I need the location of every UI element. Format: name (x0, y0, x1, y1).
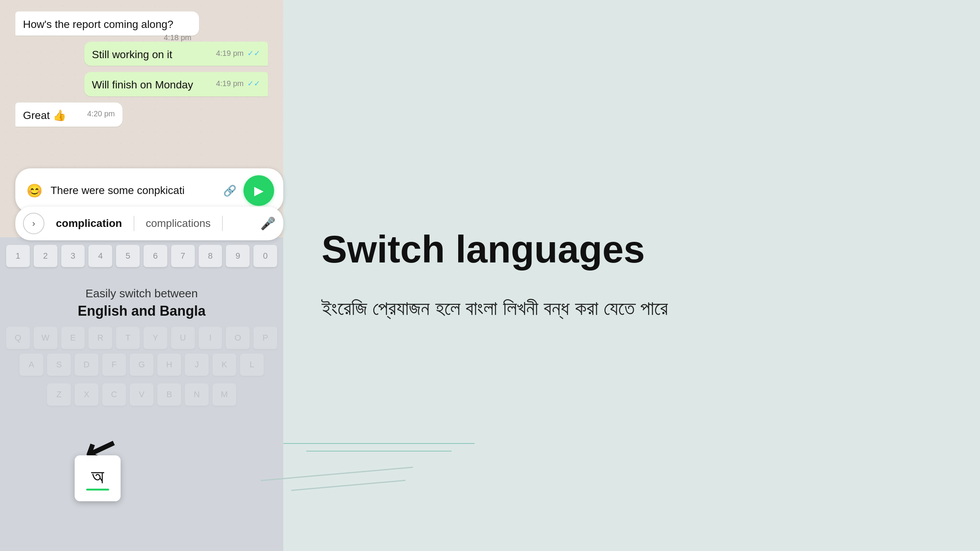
keyboard-area: 1 2 3 4 5 6 7 8 9 0 Easily switch betwee… (0, 237, 283, 551)
message-time-1: 4:18 pm (164, 33, 191, 42)
key-o[interactable]: O (226, 327, 250, 349)
send-button[interactable]: ▶ (243, 175, 274, 206)
message-input-area: 😊 🔗 ▶ (15, 168, 283, 213)
phone-mockup: How's the report coming along? 4:18 pm S… (0, 0, 283, 551)
mic-area: 🎤 (260, 216, 276, 231)
right-panel: Switch languages ইংরেজি প্রেযাজন হলে বাং… (283, 0, 980, 551)
key-t[interactable]: T (116, 327, 140, 349)
key-g[interactable]: G (130, 354, 154, 376)
zxcv-row: Z X C V B N M (6, 383, 277, 406)
send-icon: ▶ (254, 183, 264, 198)
dec-line-1 (283, 443, 475, 444)
expand-autocomplete-button[interactable]: › (23, 213, 44, 234)
switch-languages-subtitle: ইংরেজি প্রেযাজন হলে বাংলা লিখনী বন্ধ করা… (322, 293, 942, 323)
decorative-lines (283, 432, 980, 455)
key-5[interactable]: 5 (116, 245, 140, 267)
message-received-4: Great 👍 4:20 pm (15, 103, 122, 127)
autocomplete-word-1[interactable]: complication (44, 217, 134, 230)
message-time-3: 4:19 pm ✓✓ (216, 79, 260, 88)
key-w[interactable]: W (34, 327, 57, 349)
key-8[interactable]: 8 (199, 245, 222, 267)
key-z[interactable]: Z (47, 383, 71, 406)
message-time-2: 4:19 pm ✓✓ (216, 49, 260, 58)
asdf-row: A S D F G H J K L (6, 354, 277, 376)
autocomplete-divider-2 (222, 216, 223, 231)
key-j[interactable]: J (185, 354, 209, 376)
key-q[interactable]: Q (6, 327, 30, 349)
key-d[interactable]: D (75, 354, 98, 376)
autocomplete-word-2[interactable]: complications (134, 217, 222, 230)
message-sent-3: Will finish on Monday 4:19 pm ✓✓ (84, 72, 268, 96)
key-a[interactable]: A (20, 354, 43, 376)
key-4[interactable]: 4 (88, 245, 112, 267)
key-6[interactable]: 6 (144, 245, 167, 267)
key-l[interactable]: L (240, 354, 264, 376)
bangla-key-container: অ (75, 455, 121, 501)
key-x[interactable]: X (75, 383, 98, 406)
message-received-1: How's the report coming along? 4:18 pm (15, 11, 199, 36)
message-text-4: Great 👍 (23, 109, 66, 121)
message-text-3: Will finish on Monday (92, 79, 193, 91)
autocomplete-bar: › complication complications 🎤 (15, 207, 283, 240)
bangla-char: অ (91, 466, 104, 486)
message-time-4: 4:20 pm (87, 109, 115, 118)
key-1[interactable]: 1 (6, 245, 30, 267)
paperclip-icon: 🔗 (223, 184, 237, 197)
key-k[interactable]: K (212, 354, 236, 376)
key-p[interactable]: P (253, 327, 277, 349)
keyboard-hint-line2: English and Bangla (14, 303, 270, 319)
key-e[interactable]: E (61, 327, 85, 349)
attach-button[interactable]: 🔗 (220, 181, 240, 201)
key-9[interactable]: 9 (226, 245, 250, 267)
key-h[interactable]: H (157, 354, 181, 376)
number-row: 1 2 3 4 5 6 7 8 9 0 (6, 245, 277, 267)
bangla-key-underline (86, 489, 109, 491)
message-input[interactable] (44, 184, 220, 197)
key-2[interactable]: 2 (34, 245, 57, 267)
key-r[interactable]: R (88, 327, 112, 349)
emoji-button[interactable]: 😊 (24, 181, 44, 201)
keyboard-hint-line1: Easily switch between (14, 287, 270, 300)
key-y[interactable]: Y (144, 327, 167, 349)
key-m[interactable]: M (212, 383, 236, 406)
key-c[interactable]: C (102, 383, 126, 406)
tick-icon-2: ✓✓ (247, 49, 260, 57)
key-f[interactable]: F (102, 354, 126, 376)
bangla-language-key[interactable]: অ (75, 455, 121, 501)
mic-icon[interactable]: 🎤 (260, 216, 276, 231)
key-0[interactable]: 0 (253, 245, 277, 267)
chevron-right-icon: › (32, 218, 35, 229)
key-b[interactable]: B (157, 383, 181, 406)
switch-languages-title: Switch languages (322, 228, 942, 270)
key-n[interactable]: N (185, 383, 209, 406)
key-3[interactable]: 3 (61, 245, 85, 267)
key-u[interactable]: U (171, 327, 195, 349)
key-s[interactable]: S (47, 354, 71, 376)
key-7[interactable]: 7 (171, 245, 195, 267)
message-sent-2: Still working on it 4:19 pm ✓✓ (84, 42, 268, 66)
tick-icon-3: ✓✓ (247, 79, 260, 88)
qwerty-row: Q W E R T Y U I O P (6, 327, 277, 349)
message-text-1: How's the report coming along? (23, 18, 173, 30)
dec-line-2 (306, 451, 452, 452)
message-text-2: Still working on it (92, 49, 172, 60)
keyboard-hint: Easily switch between English and Bangla (6, 272, 277, 327)
key-i[interactable]: I (199, 327, 222, 349)
key-v[interactable]: V (130, 383, 154, 406)
